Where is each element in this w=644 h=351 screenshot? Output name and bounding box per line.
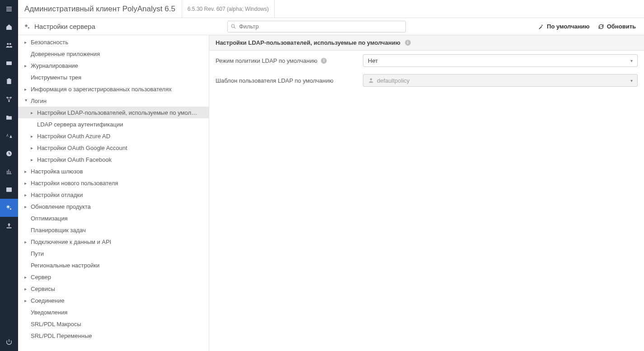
tree-item-label: Безопасность xyxy=(31,39,68,46)
tree-item[interactable]: ▸Настройки отладки xyxy=(18,189,209,201)
user-icon xyxy=(368,77,374,84)
tree-item[interactable]: ▸Настройки OAuth Facebook xyxy=(18,154,209,165)
card-icon xyxy=(5,60,13,67)
tree-item-label: Журналирование xyxy=(31,62,78,69)
clock-icon xyxy=(5,150,13,157)
app-title: Административный клиент PolyAnalyst 6.5 xyxy=(18,0,182,18)
tree-item[interactable]: ▸Доверенные приложения xyxy=(18,48,209,60)
tree-item[interactable]: ▸Безопасность xyxy=(18,36,209,48)
filter-search[interactable] xyxy=(227,21,406,33)
app-version: 6.5.30 Rev. 607 (alpha; Windows) xyxy=(182,0,275,18)
sidebar-item-language[interactable] xyxy=(0,126,18,145)
cogs-icon xyxy=(24,23,31,30)
info-icon[interactable]: i xyxy=(405,40,411,46)
tree-item[interactable]: ▸LDAP сервера аутентификации xyxy=(18,118,209,130)
tree-item[interactable]: ▸Планировщик задач xyxy=(18,224,209,236)
menu-button[interactable] xyxy=(0,0,18,18)
tree-item[interactable]: ▸Логин xyxy=(18,95,209,107)
filter-input[interactable] xyxy=(236,23,403,30)
tree-item-label: Настройки LDAP-пользователей, используем… xyxy=(37,109,197,116)
caret-icon: ▸ xyxy=(24,275,28,280)
default-button[interactable]: По умолчанию xyxy=(538,23,590,30)
hamburger-icon xyxy=(5,5,13,13)
svg-point-16 xyxy=(10,208,11,210)
svg-rect-6 xyxy=(7,62,8,64)
tree-item[interactable]: ▸Информация о зарегистрированных пользов… xyxy=(18,83,209,95)
tree-item-label: Соединение xyxy=(31,297,65,304)
caret-icon: ▸ xyxy=(24,204,28,209)
sidebar-item-window[interactable] xyxy=(0,181,18,199)
refresh-label: Обновить xyxy=(607,23,636,30)
sidebar-item-users[interactable] xyxy=(0,36,18,54)
svg-point-4 xyxy=(9,43,11,45)
tree-item[interactable]: ▸Подключение к данным и API xyxy=(18,236,209,248)
caret-icon: ▸ xyxy=(24,239,28,244)
settings-tree: ▸Безопасность▸Доверенные приложения▸Журн… xyxy=(18,35,209,351)
sidebar-item-card[interactable] xyxy=(0,54,18,72)
sidebar-item-chart[interactable] xyxy=(0,163,18,181)
caret-icon: ▸ xyxy=(24,63,28,68)
sidebar-item-clipboard[interactable] xyxy=(0,72,18,90)
tree-item[interactable]: ▸Сервисы xyxy=(18,283,209,295)
tree-item[interactable]: ▸Соединение xyxy=(18,295,209,306)
caret-icon: ▸ xyxy=(24,40,28,45)
svg-rect-2 xyxy=(6,10,12,11)
window-icon xyxy=(5,186,13,193)
clipboard-icon xyxy=(5,78,13,85)
tree-item[interactable]: ▸Обновление продукта xyxy=(18,201,209,212)
tree-item-label: Обновление продукта xyxy=(31,203,91,210)
caret-icon: ▸ xyxy=(31,134,34,139)
tree-item[interactable]: ▸Инструменты трея xyxy=(18,71,209,83)
tree-item[interactable]: ▸Настройка шлюзов xyxy=(18,165,209,177)
ldap-policy-select[interactable]: Нет▾ xyxy=(363,54,638,67)
sidebar-item-home[interactable] xyxy=(0,18,18,36)
tree-item-label: Настройки нового пользователя xyxy=(31,180,118,187)
refresh-icon xyxy=(598,23,604,30)
svg-point-20 xyxy=(231,24,235,28)
sidebar-item-upload[interactable] xyxy=(0,217,18,235)
label-text: Шаблон пользователя LDAP по умолчанию xyxy=(216,77,334,84)
tree-item[interactable]: ▸Пути xyxy=(18,248,209,259)
tree-item-label: Уведомления xyxy=(31,309,67,316)
tree-item[interactable]: ▸Оптимизация xyxy=(18,212,209,224)
info-icon[interactable]: i xyxy=(321,58,327,64)
tree-item-label: Подключение к данным и API xyxy=(31,239,111,245)
svg-point-9 xyxy=(6,97,8,98)
caret-icon: ▸ xyxy=(24,99,29,103)
cogs-icon xyxy=(5,204,13,211)
tree-item[interactable]: ▸Настройки нового пользователя xyxy=(18,177,209,189)
tree-item[interactable]: ▸SRL/PDL Макросы xyxy=(18,318,209,330)
refresh-button[interactable]: Обновить xyxy=(598,23,636,30)
tree-item-label: Региональные настройки xyxy=(31,262,99,269)
power-button[interactable] xyxy=(0,333,18,351)
caret-icon: ▸ xyxy=(24,169,28,174)
tree-item[interactable]: ▸Сервер xyxy=(18,271,209,283)
tree-item-label: Инструменты трея xyxy=(31,74,81,81)
wand-icon xyxy=(538,23,544,30)
tree-item-label: Планировщик задач xyxy=(31,227,86,234)
form-label: Режим политики LDAP по умолчаниюi xyxy=(216,57,363,64)
tree-item[interactable]: ▸Региональные настройки xyxy=(18,259,209,271)
tree-item-label: SRL/PDL Переменные xyxy=(31,332,92,339)
chevron-down-icon: ▾ xyxy=(630,58,633,63)
form-row: Режим политики LDAP по умолчаниюiНет▾ xyxy=(209,51,644,70)
tree-item[interactable]: ▸Уведомления xyxy=(18,306,209,318)
tree-item[interactable]: ▸Настройки OAuth Google Account xyxy=(18,142,209,154)
tree-item[interactable]: ▸Настройки LDAP-пользователей, используе… xyxy=(18,107,209,118)
sidebar-item-clock[interactable] xyxy=(0,145,18,163)
page-title: Настройки сервера xyxy=(34,23,95,30)
select-value: defaultpolicy xyxy=(377,77,409,84)
sidebar-item-nodes[interactable] xyxy=(0,90,18,108)
tree-item[interactable]: ▸Журналирование xyxy=(18,60,209,71)
svg-rect-8 xyxy=(8,78,10,80)
language-icon xyxy=(5,132,13,139)
tree-item[interactable]: ▸SRL/PDL Переменные xyxy=(18,330,209,342)
svg-rect-1 xyxy=(6,9,12,9)
tree-item[interactable]: ▸Настройки OAuth Azure AD xyxy=(18,130,209,142)
sidebar-item-folder[interactable] xyxy=(0,108,18,126)
caret-icon: ▸ xyxy=(24,181,28,186)
tree-item-label: Настройки OAuth Google Account xyxy=(37,145,127,151)
sidebar-item-cogs[interactable] xyxy=(0,199,18,217)
caret-icon: ▸ xyxy=(24,286,28,291)
svg-point-3 xyxy=(7,43,9,45)
